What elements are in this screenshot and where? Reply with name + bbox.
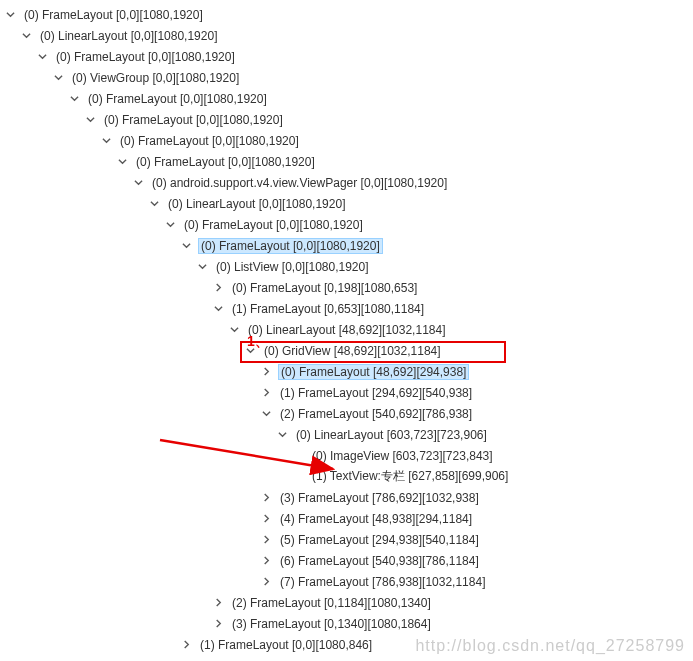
- expand-toggle-icon[interactable]: [212, 303, 224, 315]
- node-framelayout-17[interactable]: (0) FrameLayout [48,692][294,938]: [4, 361, 689, 382]
- expand-toggle-icon[interactable]: [276, 429, 288, 441]
- node-framelayout-27[interactable]: (7) FrameLayout [786,938][1032,1184]: [4, 571, 689, 592]
- node-label[interactable]: (1) FrameLayout [294,692][540,938]: [278, 386, 474, 400]
- expand-toggle-icon[interactable]: [100, 135, 112, 147]
- expand-toggle-icon[interactable]: [164, 219, 176, 231]
- node-framelayout-2[interactable]: (0) FrameLayout [0,0][1080,1920]: [4, 46, 689, 67]
- node-linearlayout-9[interactable]: (0) LinearLayout [0,0][1080,1920]: [4, 193, 689, 214]
- node-framelayout-7[interactable]: (0) FrameLayout [0,0][1080,1920]: [4, 151, 689, 172]
- node-label[interactable]: (0) GridView [48,692][1032,1184]: [262, 344, 443, 358]
- node-label[interactable]: (0) LinearLayout [48,692][1032,1184]: [246, 323, 447, 337]
- leaf-spacer: [292, 450, 304, 462]
- node-framelayout-18[interactable]: (1) FrameLayout [294,692][540,938]: [4, 382, 689, 403]
- node-framelayout-25[interactable]: (5) FrameLayout [294,938][540,1184]: [4, 529, 689, 550]
- node-framelayout-4[interactable]: (0) FrameLayout [0,0][1080,1920]: [4, 88, 689, 109]
- node-framelayout-13[interactable]: (0) FrameLayout [0,198][1080,653]: [4, 277, 689, 298]
- node-framelayout-24[interactable]: (4) FrameLayout [48,938][294,1184]: [4, 508, 689, 529]
- node-label[interactable]: (0) ListView [0,0][1080,1920]: [214, 260, 371, 274]
- node-imageview-21[interactable]: (0) ImageView [603,723][723,843]: [4, 445, 689, 466]
- collapse-toggle-icon[interactable]: [260, 534, 272, 546]
- node-label[interactable]: (0) LinearLayout [0,0][1080,1920]: [166, 197, 347, 211]
- node-label[interactable]: (0) LinearLayout [603,723][723,906]: [294, 428, 489, 442]
- node-framelayout-30[interactable]: (1) FrameLayout [0,0][1080,846]: [4, 634, 689, 655]
- node-framelayout-31[interactable]: (1) FrameLayout [0,1758][1080,1920]: [4, 655, 689, 661]
- node-label[interactable]: (6) FrameLayout [540,938][786,1184]: [278, 554, 481, 568]
- node-label[interactable]: (1) FrameLayout [0,653][1080,1184]: [230, 302, 426, 316]
- node-label[interactable]: (0) FrameLayout [0,0][1080,1920]: [54, 50, 237, 64]
- expand-toggle-icon[interactable]: [52, 72, 64, 84]
- collapse-toggle-icon[interactable]: [260, 555, 272, 567]
- node-framelayout-0[interactable]: (0) FrameLayout [0,0][1080,1920]: [4, 4, 689, 25]
- node-framelayout-26[interactable]: (6) FrameLayout [540,938][786,1184]: [4, 550, 689, 571]
- node-label[interactable]: (2) FrameLayout [540,692][786,938]: [278, 407, 474, 421]
- node-label[interactable]: (0) FrameLayout [0,0][1080,1920]: [118, 134, 301, 148]
- node-gridview-16[interactable]: (0) GridView [48,692][1032,1184]: [4, 340, 689, 361]
- collapse-toggle-icon[interactable]: [180, 639, 192, 651]
- node-framelayout-10[interactable]: (0) FrameLayout [0,0][1080,1920]: [4, 214, 689, 235]
- node-framelayout-11[interactable]: (0) FrameLayout [0,0][1080,1920]: [4, 235, 689, 256]
- node-framelayout-14[interactable]: (1) FrameLayout [0,653][1080,1184]: [4, 298, 689, 319]
- collapse-toggle-icon[interactable]: [260, 513, 272, 525]
- expand-toggle-icon[interactable]: [228, 324, 240, 336]
- node-linearlayout-15[interactable]: (0) LinearLayout [48,692][1032,1184]: [4, 319, 689, 340]
- collapse-toggle-icon[interactable]: [212, 282, 224, 294]
- expand-toggle-icon[interactable]: [132, 177, 144, 189]
- node-linearlayout-1[interactable]: (0) LinearLayout [0,0][1080,1920]: [4, 25, 689, 46]
- node-label[interactable]: (0) FrameLayout [0,0][1080,1920]: [102, 113, 285, 127]
- expand-toggle-icon[interactable]: [260, 408, 272, 420]
- collapse-toggle-icon[interactable]: [260, 492, 272, 504]
- node-label[interactable]: (3) FrameLayout [786,692][1032,938]: [278, 491, 481, 505]
- node-label[interactable]: (0) android.support.v4.view.ViewPager [0…: [150, 176, 449, 190]
- node-label[interactable]: (7) FrameLayout [786,938][1032,1184]: [278, 575, 487, 589]
- node-label[interactable]: (2) FrameLayout [0,1184][1080,1340]: [230, 596, 433, 610]
- expand-toggle-icon[interactable]: [20, 30, 32, 42]
- collapse-toggle-icon[interactable]: [212, 597, 224, 609]
- node-label[interactable]: (1) FrameLayout [0,0][1080,846]: [198, 638, 374, 652]
- node-label[interactable]: (4) FrameLayout [48,938][294,1184]: [278, 512, 474, 526]
- expand-toggle-icon[interactable]: [148, 198, 160, 210]
- node-linearlayout-20[interactable]: (0) LinearLayout [603,723][723,906]: [4, 424, 689, 445]
- node-viewpager-8[interactable]: (0) android.support.v4.view.ViewPager [0…: [4, 172, 689, 193]
- node-label[interactable]: (0) FrameLayout [0,0][1080,1920]: [86, 92, 269, 106]
- node-textview-22[interactable]: (1) TextView:专栏 [627,858][699,906]: [4, 466, 689, 487]
- node-framelayout-29[interactable]: (3) FrameLayout [0,1340][1080,1864]: [4, 613, 689, 634]
- node-label[interactable]: (5) FrameLayout [294,938][540,1184]: [278, 533, 481, 547]
- node-label[interactable]: (3) FrameLayout [0,1340][1080,1864]: [230, 617, 433, 631]
- expand-toggle-icon[interactable]: [84, 114, 96, 126]
- layout-tree: (0) FrameLayout [0,0][1080,1920](0) Line…: [4, 4, 689, 661]
- node-label[interactable]: (0) FrameLayout [0,0][1080,1920]: [198, 238, 383, 254]
- node-label[interactable]: (0) FrameLayout [0,0][1080,1920]: [22, 8, 205, 22]
- expand-toggle-icon[interactable]: [68, 93, 80, 105]
- node-framelayout-19[interactable]: (2) FrameLayout [540,692][786,938]: [4, 403, 689, 424]
- node-framelayout-23[interactable]: (3) FrameLayout [786,692][1032,938]: [4, 487, 689, 508]
- leaf-spacer: [292, 471, 304, 483]
- collapse-toggle-icon[interactable]: [260, 387, 272, 399]
- node-framelayout-28[interactable]: (2) FrameLayout [0,1184][1080,1340]: [4, 592, 689, 613]
- expand-toggle-icon[interactable]: [4, 9, 16, 21]
- collapse-toggle-icon[interactable]: [260, 576, 272, 588]
- node-label[interactable]: (0) FrameLayout [48,692][294,938]: [278, 364, 469, 380]
- node-label[interactable]: (0) LinearLayout [0,0][1080,1920]: [38, 29, 219, 43]
- expand-toggle-icon[interactable]: [36, 51, 48, 63]
- node-framelayout-5[interactable]: (0) FrameLayout [0,0][1080,1920]: [4, 109, 689, 130]
- node-label[interactable]: (0) FrameLayout [0,198][1080,653]: [230, 281, 419, 295]
- expand-toggle-icon[interactable]: [196, 261, 208, 273]
- node-listview-12[interactable]: (0) ListView [0,0][1080,1920]: [4, 256, 689, 277]
- node-label[interactable]: (0) FrameLayout [0,0][1080,1920]: [134, 155, 317, 169]
- node-label[interactable]: (0) ViewGroup [0,0][1080,1920]: [70, 71, 241, 85]
- collapse-toggle-icon[interactable]: [260, 366, 272, 378]
- expand-toggle-icon[interactable]: [180, 240, 192, 252]
- expand-toggle-icon[interactable]: [116, 156, 128, 168]
- node-label[interactable]: (0) FrameLayout [0,0][1080,1920]: [182, 218, 365, 232]
- expand-toggle-icon[interactable]: [244, 345, 256, 357]
- node-viewgroup-3[interactable]: (0) ViewGroup [0,0][1080,1920]: [4, 67, 689, 88]
- node-label[interactable]: (0) ImageView [603,723][723,843]: [310, 449, 495, 463]
- node-label[interactable]: (1) TextView:专栏 [627,858][699,906]: [310, 468, 510, 485]
- collapse-toggle-icon[interactable]: [212, 618, 224, 630]
- node-framelayout-6[interactable]: (0) FrameLayout [0,0][1080,1920]: [4, 130, 689, 151]
